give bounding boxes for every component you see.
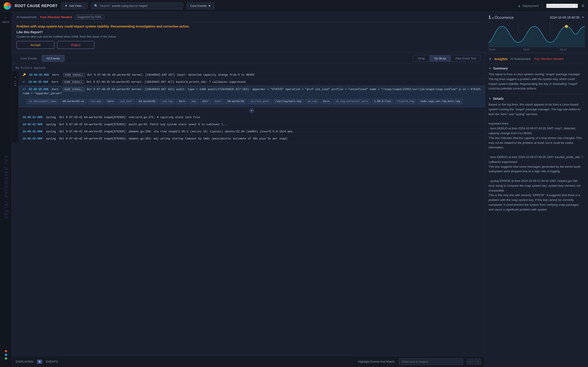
ai-assessment-label: AI Assessment: [17,15,37,19]
tag-value: kern [321,99,332,104]
dot-blue [5,354,7,356]
event-source: syslog [46,137,56,140]
tag-value: /var/log/kern.log [273,99,304,104]
summary-section-header[interactable]: ▼ Summary [489,67,584,70]
divider [542,3,543,9]
tag: ze_file_path [248,99,271,104]
menu-icon[interactable]: ≡ [582,3,584,8]
nowrap-button[interactable]: No Wrap [430,55,451,62]
event-time: 18:40:42.000 [23,116,42,119]
tags-area: ze_deployment_name k8-worker02-os zid_ap… [23,98,481,106]
bottom-bar: DISPLAYING 9 EVENTS Highlight Events tha… [12,356,485,367]
reject-button[interactable]: Reject [57,41,95,49]
problem-text: Problem with snap system key could impac… [17,24,480,29]
tag-value: node.logs.var.log.kern.log [418,99,462,104]
event-row[interactable]: 🏷 18:40:35.000 kern RARE OVERALL Oct 9 0… [19,79,485,86]
event-row[interactable]: 18:40:42.000 syslog Oct 9 07:40:42 k8-wo… [19,135,485,142]
details-title: Details [493,97,504,100]
deployment-section: ▲ Deployment [518,4,539,8]
expand-button[interactable]: ▶ [249,108,254,113]
event-row-selected[interactable]: 🏷 18:40:35.000 kern RARE OVERALL Oct 9 0… [19,86,485,107]
event-time: 18:40:35.000 [29,73,49,77]
occurrence-date: 2024-10-09 18:40:35 [550,16,579,19]
insights-chevron-icon[interactable]: ▼ [489,57,492,61]
chevron-down-icon: ▼ [208,4,211,8]
displaying-label: DISPLAYING [16,360,33,363]
event-source: syslog [46,123,56,126]
tag: host [212,99,224,104]
svg-text:'10-10: '10-10 [560,48,566,51]
event-row[interactable]: 🔑 18:40:35.000 kern RARE OVERALL Oct 9 0… [19,72,485,79]
key-icon: 🔑 [23,73,26,77]
tag-value: 1.60.0-linu [372,99,393,104]
chevron-up-icon: ▲ [518,4,521,8]
wrap-button[interactable]: Wrap [413,55,430,62]
event-row[interactable]: 18:40:42.000 syslog Oct 9 07:40:42 k8-wo… [19,128,485,135]
insights-ai-label: AI Assessment: [510,57,531,60]
tag: ze_deployment_name [26,99,59,104]
nav-up-button[interactable]: ↑ [474,359,481,365]
back-button[interactable]: ← BACK [2,16,9,23]
occurrence-chart: '10-04 '10-07 '10-10 [488,22,585,49]
event-row[interactable]: 18:40:42.000 syslog Oct 9 07:40:42 k8-wo… [19,121,485,128]
insights-panel: ▼ Insights AI Assessment: Your Attention… [485,53,588,367]
events-list: No filters applied OCT 9 🔑 18:40:35.000 [12,64,485,356]
oct-label: OCT 9 [14,72,17,91]
search-input[interactable]: events using text or /regex/ [112,4,148,8]
tag: zid_app [88,99,104,104]
tag-value: k8-worker02-os [60,99,86,104]
add-filter-button[interactable]: ▼ Add Filter... [61,2,87,9]
page-title: ROOT CAUSE REPORT [15,4,57,8]
event-detail: Oct 9 07:40:35 k8-worker02 kernel: [1854… [87,73,254,77]
event-time: 18:40:35.000 [28,88,48,91]
events-panel: Core Events All Events Wrap No Wrap Raw … [12,53,485,367]
tag-value: kern [176,99,188,104]
event-time: 18:40:35.000 [28,81,48,84]
tag: app [189,99,199,104]
timezone-button[interactable]: Australia/Melbourne ▼ [546,4,578,8]
event-row[interactable]: 18:40:42.000 syslog Oct 9 07:40:42 k8-wo… [19,114,485,121]
search-icon: 🔍 [94,4,98,8]
tab-core-events[interactable]: Core Events [16,55,42,62]
chart-section: 1 st Occurrence 2024-10-09 18:40:35 ▼ [485,12,588,53]
chevron-down-icon[interactable]: ▼ [581,16,584,19]
tag-value: k8-worker02 [225,99,247,104]
raw-event-button[interactable]: Raw Event Text [451,55,481,62]
rare-badge: RARE OVERALL [63,88,84,91]
details-section-header[interactable]: ▼ Details [489,97,584,100]
highlight-input[interactable] [399,358,463,365]
tab-all-events[interactable]: All Events [42,55,65,62]
suggested-badge: Suggested by AI/ML [75,15,104,19]
event-time: 18:40:42.000 [23,130,42,133]
tag: zid_host [118,99,135,104]
event-detail: Oct 9 07:40:42 k8-worker02 snapd[876369]… [59,137,288,140]
tag: fluentd_tag [395,99,417,104]
details-content: Based on the log lines, this report appe… [489,102,584,212]
rare-badge: RARE OVERALL [63,80,84,84]
core-events-dropdown[interactable]: Core Events ▼ [187,2,214,9]
highlight-label: Highlight Events that Match: [358,360,395,363]
svg-text:'10-07: '10-07 [523,48,530,51]
event-source: kern [52,81,58,84]
event-time: 18:40:42.000 [23,137,42,140]
events-label: EVENTS [46,360,58,363]
problem-area: Problem with snap system key could impac… [12,22,485,52]
event-time: 18:40:42.000 [23,123,42,126]
event-detail: Oct 9 07:40:42 k8-worker02 snapd[876369]… [59,123,228,126]
tag: ze_log [305,99,319,104]
nav-down-button[interactable]: ↓ [467,359,474,365]
occurrence-number: 1 [488,15,491,20]
event-detail: Oct 9 07:40:35 k8-worker02 kernel: [1854… [23,88,481,95]
divider [489,64,584,64]
events-count: 9 [37,360,42,364]
occurrence-sup: st [492,17,494,19]
summary-chevron-icon: ▼ [489,67,491,70]
occurrence-label: Occurrence [495,16,514,20]
event-source: kern [52,73,59,77]
like-report-heading: Like this Report? [17,30,480,34]
tag-icon: 🏷 [23,81,25,84]
summary-content: This report is from a Linux system runni… [489,72,584,91]
accept-button[interactable]: Accept [17,41,54,49]
no-filters-label: No filters applied [12,66,485,72]
left-sidebar: ← BACK skylar automated rca [0,12,12,367]
